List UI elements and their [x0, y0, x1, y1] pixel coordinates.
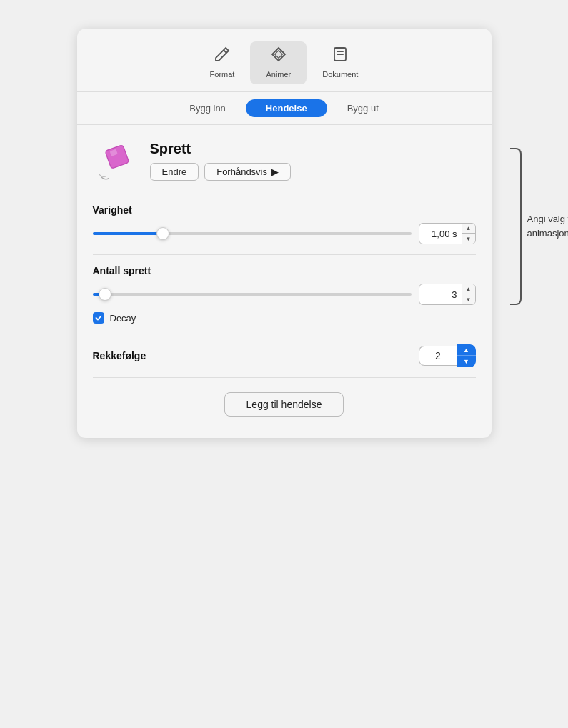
svg-rect-2	[337, 51, 344, 52]
toolbar-animer-label: Animer	[266, 70, 291, 79]
decay-row: Decay	[93, 312, 476, 324]
varighet-label: Varighet	[93, 204, 476, 216]
animation-icon	[93, 138, 139, 184]
tab-bygg-ut[interactable]: Bygg ut	[327, 99, 399, 117]
toolbar-dokument-label: Dokument	[322, 70, 358, 79]
annotation-text: Angi valg for animasjonen.	[527, 212, 569, 240]
svg-rect-4	[105, 145, 129, 169]
rekkefolgje-row: Rekkefølge 2 ▲ ▼	[93, 344, 476, 367]
change-button[interactable]: Endre	[150, 163, 199, 181]
varighet-track[interactable]	[93, 232, 412, 235]
rekkefolgje-up[interactable]: ▲	[457, 344, 476, 356]
tab-bygg-inn[interactable]: Bygg inn	[169, 99, 246, 117]
decay-checkbox[interactable]	[93, 312, 104, 324]
divider-4	[93, 377, 476, 378]
rekkefolgje-down[interactable]: ▼	[457, 356, 476, 367]
animation-title-area: Sprett Endre Forhåndsvis ▶	[150, 141, 292, 181]
animation-title: Sprett	[150, 141, 292, 157]
tab-hendelse[interactable]: Hendelse	[246, 99, 327, 117]
antall-section: Antall sprett 3 ▲ ▼	[93, 265, 476, 324]
varighet-value: 1,00 s	[419, 226, 462, 242]
toolbar-format-label: Format	[210, 70, 235, 79]
antall-thumb[interactable]	[99, 288, 111, 301]
antall-value: 3	[419, 286, 462, 303]
play-icon: ▶	[271, 166, 279, 177]
animation-buttons: Endre Forhåndsvis ▶	[150, 163, 292, 181]
divider-2	[93, 254, 476, 255]
format-icon	[214, 46, 231, 67]
decay-label: Decay	[110, 313, 136, 324]
antall-label: Antall sprett	[93, 265, 476, 276]
preview-button[interactable]: Forhåndsvis ▶	[204, 163, 291, 181]
antall-up[interactable]: ▲	[462, 284, 475, 294]
divider-1	[93, 194, 476, 194]
varighet-arrows: ▲ ▼	[462, 224, 475, 244]
main-content: Sprett Endre Forhåndsvis ▶ Varighet	[77, 125, 492, 378]
antall-track[interactable]	[93, 293, 412, 296]
divider-3	[93, 334, 476, 334]
varighet-up[interactable]: ▲	[462, 224, 475, 234]
toolbar-format[interactable]: Format	[194, 41, 251, 84]
subtabs: Bygg inn Hendelse Bygg ut	[77, 92, 492, 125]
svg-line-0	[224, 50, 226, 53]
animation-header: Sprett Endre Forhåndsvis ▶	[93, 138, 476, 184]
preview-label: Forhåndsvis	[216, 166, 267, 177]
toolbar: Format Animer	[77, 29, 492, 92]
rekkefolgje-arrows: ▲ ▼	[457, 344, 476, 367]
rekkefolgje-label: Rekkefølge	[93, 350, 146, 361]
antall-down[interactable]: ▼	[462, 294, 475, 304]
varighet-fill	[93, 232, 163, 235]
toolbar-dokument[interactable]: Dokument	[307, 41, 374, 84]
annotation: Angi valg for animasjonen.	[510, 148, 569, 305]
bottom-btn-row: Legg til hendelse	[77, 392, 492, 417]
varighet-down[interactable]: ▼	[462, 234, 475, 244]
antall-stepper[interactable]: 3 ▲ ▼	[419, 284, 476, 305]
varighet-slider-row: 1,00 s ▲ ▼	[93, 223, 476, 244]
varighet-thumb[interactable]	[156, 227, 169, 240]
rekkefolgje-value: 2	[419, 346, 457, 366]
svg-rect-3	[337, 54, 344, 55]
dokument-icon	[332, 46, 349, 67]
annotation-bracket	[510, 148, 522, 305]
antall-slider-row: 3 ▲ ▼	[93, 284, 476, 305]
varighet-stepper[interactable]: 1,00 s ▲ ▼	[419, 223, 476, 244]
add-event-button[interactable]: Legg til hendelse	[224, 392, 344, 417]
antall-arrows: ▲ ▼	[462, 284, 475, 304]
toolbar-animer[interactable]: Animer	[250, 41, 307, 84]
rekkefolgje-stepper[interactable]: 2 ▲ ▼	[419, 344, 476, 367]
varighet-section: Varighet 1,00 s ▲ ▼	[93, 204, 476, 244]
main-panel: Format Animer	[77, 29, 492, 438]
animer-icon	[270, 46, 287, 67]
